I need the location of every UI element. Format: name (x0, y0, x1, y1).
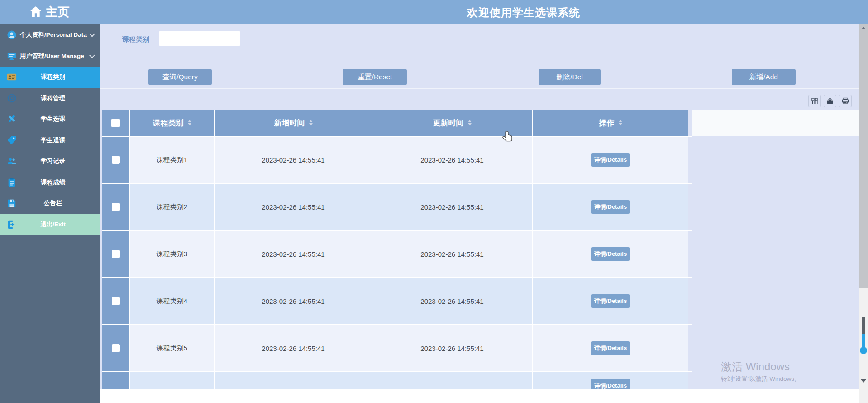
print-button[interactable] (839, 95, 852, 107)
row-checkbox[interactable] (112, 344, 120, 352)
sort-icon (619, 120, 622, 125)
home-icon (30, 6, 42, 17)
sidebar-home-button[interactable]: 主页 (0, 0, 100, 24)
search-field-label: 课程类别 (122, 35, 149, 44)
sidebar-item-course-category[interactable]: 课程类别 (0, 67, 100, 88)
thermometer-icon (862, 317, 865, 350)
sidebar-item-label: 公告栏 (44, 199, 62, 207)
row-checkbox[interactable] (112, 156, 120, 164)
sort-icon (468, 120, 472, 125)
export-icon (826, 97, 834, 105)
cell-updated: 2023-02-26 14:55:41 (372, 278, 532, 324)
sidebar-item-student-select[interactable]: 学生选课 (0, 109, 100, 130)
query-button[interactable]: 查询/Query (148, 69, 212, 85)
details-button[interactable]: 详情/Details (591, 153, 630, 167)
sidebar-nav: 个人资料/Personal Data 用户管理/User Manage (0, 24, 100, 403)
row-checkbox[interactable] (112, 297, 120, 305)
scrollbar-thumb[interactable] (859, 33, 868, 288)
sidebar-item-course-manage[interactable]: 课程管理 (0, 88, 100, 109)
delete-button[interactable]: 删除/Del (539, 69, 601, 85)
details-button[interactable]: 详情/Details (591, 379, 630, 389)
cell-updated: 2023-02-26 14:55:41 (372, 137, 532, 183)
chevron-down-icon (89, 53, 95, 58)
cell-created: 2023-02-26 14:55:41 (214, 325, 372, 371)
table-header-row: 课程类别 新增时间 更新时间 操作 (102, 110, 692, 136)
select-all-checkbox[interactable] (111, 119, 120, 127)
table-row: 课程类别3 2023-02-26 14:55:41 2023-02-26 14:… (102, 230, 692, 277)
sidebar-item-study-record[interactable]: 学习记录 (0, 151, 100, 172)
sidebar-item-personal-data[interactable]: 个人资料/Personal Data (0, 24, 100, 46)
sidebar-item-label: 学生选课 (41, 115, 65, 123)
table-row-partial: 详情/Details (102, 371, 692, 389)
thermometer-bulb-icon (860, 347, 867, 354)
cell-updated: 2023-02-26 14:55:41 (372, 231, 532, 277)
sidebar-item-label: 课程管理 (41, 94, 65, 102)
clipboard-icon (7, 178, 17, 187)
table-row: 课程类别1 2023-02-26 14:55:41 2023-02-26 14:… (102, 136, 692, 183)
app-window: 主页 欢迎使用学生选课系统 个人资料/Personal Data (0, 0, 868, 403)
reset-button[interactable]: 重置/Reset (343, 69, 407, 85)
column-header-created[interactable]: 新增时间 (214, 110, 372, 136)
user-avatar-icon (7, 30, 17, 40)
sort-icon (309, 120, 313, 125)
sort-icon (188, 120, 191, 125)
sidebar-item-label: 个人资料/Personal Data (20, 31, 87, 39)
sidebar-item-label: 用户管理/User Manage (20, 52, 84, 60)
windows-activation-watermark: 激活 Windows (721, 360, 790, 374)
sidebar-item-student-drop[interactable]: 学生退课 (0, 130, 100, 151)
table-row: 课程类别4 2023-02-26 14:55:41 2023-02-26 14:… (102, 277, 692, 324)
print-icon (842, 97, 849, 105)
cell-category: 课程类别2 (129, 184, 214, 230)
scroll-down-button[interactable] (861, 379, 866, 383)
sidebar-item-label: 课程成绩 (41, 178, 65, 187)
cell-updated: 2023-02-26 14:55:41 (372, 184, 532, 230)
details-button[interactable]: 详情/Details (591, 200, 630, 214)
cell-category: 课程类别5 (129, 325, 214, 371)
home-label: 主页 (46, 4, 70, 20)
cell-created: 2023-02-26 14:55:41 (214, 278, 372, 324)
add-button[interactable]: 新增/Add (732, 69, 796, 85)
column-header-updated[interactable]: 更新时间 (372, 110, 532, 136)
sidebar-item-user-manage[interactable]: 用户管理/User Manage (0, 46, 100, 67)
cell-updated: 2023-02-26 14:55:41 (372, 325, 532, 371)
id-card-icon (7, 72, 17, 82)
cell-created: 2023-02-26 14:55:41 (214, 137, 372, 183)
pen-icon (7, 114, 17, 124)
cell-category: 课程类别3 (129, 231, 214, 277)
chevron-down-icon (89, 31, 95, 37)
details-button[interactable]: 详情/Details (591, 247, 630, 261)
arrow-up-icon (861, 27, 866, 29)
search-input[interactable] (159, 31, 240, 46)
divider-line (100, 88, 859, 89)
scroll-up-button[interactable] (859, 24, 868, 33)
cell-category: 课程类别1 (129, 137, 214, 183)
sidebar-item-bulletin[interactable]: 公告栏 (0, 193, 100, 214)
sidebar-item-label: 课程类别 (41, 73, 65, 81)
column-header-actions[interactable]: 操作 (532, 110, 688, 136)
cell-category: 课程类别4 (129, 278, 214, 324)
main-content: 课程类别 查询/Query 重置/Reset 删除/Del 新增/Add (100, 24, 859, 389)
details-button[interactable]: 详情/Details (591, 294, 630, 308)
column-header-category[interactable]: 课程类别 (129, 110, 214, 136)
people-icon (7, 156, 17, 166)
select-all-cell (102, 110, 129, 136)
ring-icon (7, 93, 17, 103)
cell-created: 2023-02-26 14:55:41 (214, 231, 372, 277)
sidebar-item-exit[interactable]: 退出/Exit (0, 214, 100, 235)
details-button[interactable]: 详情/Details (591, 341, 630, 355)
table-row: 课程类别2 2023-02-26 14:55:41 2023-02-26 14:… (102, 183, 692, 230)
row-checkbox[interactable] (112, 203, 120, 211)
windows-activation-subtext: 转到“设置”以激活 Windows。 (721, 375, 801, 383)
sidebar-item-course-score[interactable]: 课程成绩 (0, 172, 100, 193)
vertical-scrollbar[interactable] (859, 24, 868, 403)
columns-icon (811, 97, 818, 105)
columns-toggle-button[interactable] (808, 95, 821, 107)
monitor-icon (7, 51, 17, 61)
page-title: 欢迎使用学生选课系统 (467, 5, 580, 20)
row-checkbox[interactable] (112, 250, 120, 258)
sidebar-item-label: 学习记录 (41, 157, 65, 165)
export-button[interactable] (824, 95, 836, 107)
sidebar-item-label: 学生退课 (41, 136, 65, 144)
sidebar-item-label: 退出/Exit (40, 221, 66, 229)
header-right-band (692, 110, 859, 136)
